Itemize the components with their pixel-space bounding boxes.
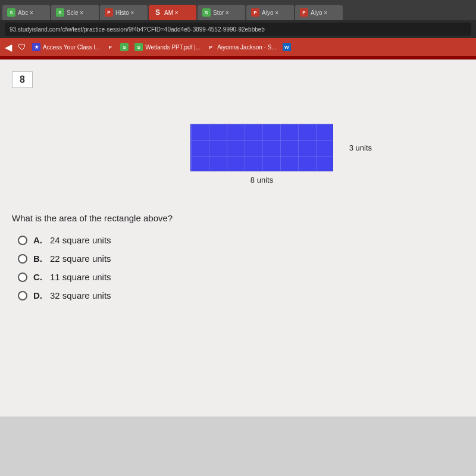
height-label: 3 units	[349, 143, 372, 152]
width-label: 8 units	[250, 176, 273, 184]
tab-6-label: Aiyo ×	[262, 10, 278, 16]
tab-3-label: Histo ×	[115, 10, 134, 16]
bookmark-aiyonna-label: Aiyonna Jackson - S...	[217, 44, 277, 51]
option-c-text: 11 square units	[50, 272, 111, 282]
radio-d[interactable]	[18, 291, 27, 300]
option-a-letter: A.	[33, 235, 44, 245]
answer-choices: A. 24 square units B. 22 square units C.…	[18, 235, 464, 300]
tab-3[interactable]: P Histo ×	[100, 5, 148, 20]
blue-rectangle	[190, 124, 333, 171]
tab-2-label: Scie ×	[67, 10, 83, 16]
tab-1[interactable]: S Abc ×	[2, 5, 50, 20]
option-d-text: 32 square units	[50, 290, 111, 300]
tab-2-icon: S	[56, 8, 64, 17]
tab-3-icon: P	[105, 8, 113, 17]
bookmark-p1[interactable]: P	[106, 43, 114, 51]
tab-1-label: Abc ×	[18, 10, 33, 16]
content-area: 8 3 units 8 units What is the area of th…	[0, 60, 476, 416]
bookmark-access-class-label: Access Your Class l...	[43, 44, 100, 51]
url-input[interactable]	[5, 23, 471, 36]
option-c-letter: C.	[33, 272, 44, 282]
radio-b[interactable]	[18, 254, 27, 264]
bookmark-s1[interactable]: S	[120, 43, 129, 51]
bookmark-wetlands[interactable]: S Wetlands PPT.pdf |...	[134, 43, 201, 51]
address-bar	[0, 20, 476, 38]
option-b-text: 22 square units	[50, 253, 111, 264]
tab-2[interactable]: S Scie ×	[51, 5, 99, 20]
question-text: What is the area of the rectangle above?	[12, 213, 464, 223]
question-number: 8	[20, 74, 25, 84]
option-b[interactable]: B. 22 square units	[18, 253, 464, 264]
bookmark-access-class[interactable]: ★ Access Your Class l...	[32, 43, 100, 51]
bookmark-wetlands-icon: S	[134, 43, 143, 51]
bookmark-word[interactable]: W	[283, 43, 291, 51]
question-number-box: 8	[12, 71, 33, 88]
option-a-text: 24 square units	[50, 235, 111, 245]
tab-5-icon: S	[202, 8, 211, 17]
bookmark-access-class-icon: ★	[32, 43, 40, 51]
diagram-area: 3 units 8 units	[12, 100, 464, 195]
bookmarks-bar: ◀ 🛡 ★ Access Your Class l... P S S Wetla…	[0, 38, 476, 56]
tab-7[interactable]: P Aiyo ×	[295, 5, 343, 20]
tab-4-icon: S	[154, 8, 162, 17]
tab-bar: S Abc × S Scie × P Histo × S AM × S Stor…	[0, 2, 476, 20]
option-c[interactable]: C. 11 square units	[18, 272, 464, 282]
option-d-letter: D.	[33, 290, 44, 300]
browser-favicon: 🛡	[18, 42, 26, 52]
bookmark-wetlands-label: Wetlands PPT.pdf |...	[145, 44, 201, 51]
rectangle-container: 3 units 8 units	[190, 124, 333, 171]
tab-5-label: Stor ×	[213, 10, 229, 16]
browser-chrome: S Abc × S Scie × P Histo × S AM × S Stor…	[0, 0, 476, 60]
tab-7-label: Aiyo ×	[311, 10, 327, 16]
option-a[interactable]: A. 24 square units	[18, 235, 464, 245]
radio-a[interactable]	[18, 236, 27, 245]
option-b-letter: B.	[33, 253, 44, 264]
bookmark-s1-icon: S	[120, 43, 129, 51]
tab-7-icon: P	[300, 8, 308, 17]
tab-4[interactable]: S AM ×	[149, 5, 196, 20]
bookmark-aiyonna-icon: P	[206, 43, 215, 51]
tab-1-icon: S	[7, 8, 15, 17]
bookmark-p1-icon: P	[106, 43, 114, 51]
tab-6[interactable]: P Aiyo ×	[246, 5, 294, 20]
option-d[interactable]: D. 32 square units	[18, 290, 464, 300]
tab-4-label: AM ×	[164, 10, 178, 16]
tab-6-icon: P	[251, 8, 259, 17]
bookmark-aiyonna[interactable]: P Aiyonna Jackson - S...	[206, 43, 277, 51]
tab-5[interactable]: S Stor ×	[198, 5, 245, 20]
browser-back-icon[interactable]: ◀	[5, 42, 12, 53]
bookmark-word-icon: W	[283, 43, 291, 51]
radio-c[interactable]	[18, 273, 27, 282]
